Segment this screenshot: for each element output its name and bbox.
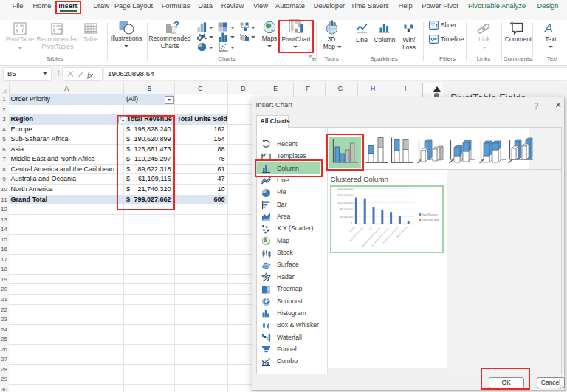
- svg-text:?: ?: [173, 20, 179, 30]
- svg-text:Asia: Asia: [368, 225, 374, 230]
- svg-text:Europe: Europe: [348, 225, 356, 233]
- svg-text:A: A: [544, 21, 553, 34]
- svg-text:$40,000,000: $40,000,000: [340, 216, 354, 219]
- svg-text:$160,000,000: $160,000,000: [338, 194, 353, 197]
- svg-text:Total Revenue: Total Revenue: [422, 213, 438, 216]
- svg-text:$80,000,000: $80,000,000: [340, 208, 354, 211]
- svg-text:fx: fx: [87, 70, 93, 79]
- svg-text:$-: $-: [351, 222, 353, 225]
- svg-text:$120,000,000: $120,000,000: [338, 202, 353, 204]
- svg-text:Total Units Sold: Total Units Sold: [422, 219, 439, 221]
- svg-text:$200,000,000: $200,000,000: [338, 188, 353, 190]
